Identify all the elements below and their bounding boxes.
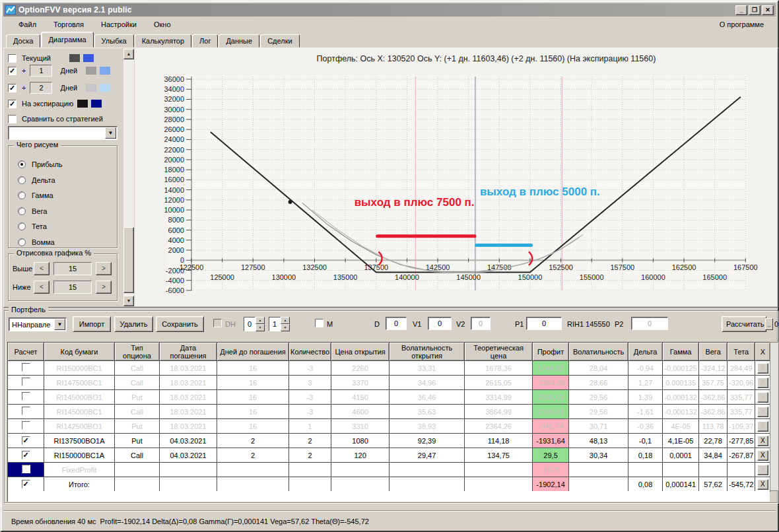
spin-up-icon[interactable]: ▲ — [255, 317, 265, 324]
menu-about[interactable]: О программе — [714, 19, 769, 30]
radio-option-0[interactable]: Прибыль — [18, 160, 63, 168]
menu-item-1[interactable]: Торговля — [45, 19, 92, 30]
scroll-up-icon[interactable]: ▲ — [123, 49, 134, 59]
dh-checkbox[interactable] — [213, 319, 222, 327]
remove-row-button[interactable]: X — [757, 479, 768, 490]
row-calc-checkbox[interactable] — [22, 392, 30, 401]
menu-item-0[interactable]: Файл — [10, 19, 45, 30]
dh-spinner-2[interactable]: 1 ▲▼ — [269, 317, 290, 331]
menu-item-2[interactable]: Настройки — [92, 19, 145, 30]
tab-1[interactable]: Диаграмма — [41, 32, 93, 48]
tab-0[interactable]: Доска — [6, 34, 40, 48]
current-checkbox[interactable] — [8, 54, 17, 63]
plus2-checkbox[interactable] — [8, 84, 17, 92]
radio-option-2[interactable]: Гамма — [18, 191, 53, 199]
remove-row-button[interactable]: X — [757, 392, 768, 403]
tab-2[interactable]: Улыбка — [94, 34, 134, 48]
calculate-button[interactable]: Рассчитать — [722, 316, 766, 332]
column-header-15[interactable]: X — [755, 343, 770, 361]
column-header-13[interactable]: Вега — [699, 343, 728, 361]
remove-row-button[interactable]: X — [757, 378, 768, 388]
radio-option-4[interactable]: Тета — [18, 222, 47, 230]
column-header-0[interactable]: Расчет — [8, 343, 44, 361]
v1-field[interactable]: 0 — [428, 317, 452, 330]
column-header-8[interactable]: Теоретическая цена — [465, 343, 533, 361]
radio-icon[interactable] — [18, 207, 26, 215]
tab-3[interactable]: Калькулятор — [135, 34, 191, 48]
m-checkbox[interactable] — [315, 319, 323, 327]
remove-row-button[interactable]: X — [757, 436, 768, 446]
dh-spinner-2-value[interactable]: 1 — [269, 317, 281, 331]
save-button[interactable]: Сохранить — [156, 316, 204, 332]
column-header-5[interactable]: Количество — [289, 343, 331, 361]
days2-input[interactable]: 2 — [30, 82, 52, 94]
radio-option-5[interactable]: Вомма — [18, 238, 55, 246]
row-calc-checkbox[interactable] — [22, 436, 30, 445]
dh-spinner-1-value[interactable]: 0 — [244, 317, 255, 331]
row-calc-checkbox[interactable] — [22, 363, 30, 372]
below-decrease-button[interactable]: < — [34, 281, 50, 294]
menu-item-3[interactable]: Окно — [145, 19, 180, 30]
p2-field[interactable]: 0 — [631, 317, 668, 330]
spin-down-icon[interactable]: ▼ — [281, 324, 290, 331]
column-header-10[interactable]: Волатильность — [569, 343, 628, 361]
chevron-down-icon[interactable]: ▼ — [105, 127, 116, 139]
column-header-11[interactable]: Дельта — [628, 343, 663, 361]
days1-input[interactable]: 1 — [30, 65, 52, 77]
import-button[interactable]: Импорт — [73, 316, 111, 332]
tab-5[interactable]: Данные — [219, 34, 259, 48]
maximize-button[interactable]: ❐ — [749, 5, 761, 15]
table-scrollbar[interactable] — [770, 342, 779, 491]
above-value[interactable]: 15 — [53, 262, 92, 275]
spin-up-icon[interactable]: ▲ — [281, 317, 290, 324]
column-header-2[interactable]: Тип опциона — [115, 343, 160, 361]
delete-button[interactable]: Удалить — [114, 316, 153, 332]
radio-icon[interactable] — [18, 176, 26, 184]
strategy-combobox[interactable]: ▼ — [8, 126, 118, 140]
radio-icon[interactable] — [18, 160, 26, 168]
tab-6[interactable]: Сделки — [260, 34, 300, 48]
remove-row-button[interactable]: X — [757, 407, 768, 417]
remove-row-button[interactable]: X — [757, 465, 768, 475]
plus1-checkbox[interactable] — [8, 67, 17, 75]
above-increase-button[interactable]: > — [96, 262, 112, 275]
spin-down-icon[interactable]: ▼ — [255, 324, 265, 331]
column-header-3[interactable]: Дата погашения — [160, 343, 217, 361]
column-header-4[interactable]: Дней до погашения — [217, 343, 289, 361]
d-field[interactable]: 0 — [386, 317, 407, 330]
row-calc-checkbox[interactable] — [22, 480, 30, 488]
p1-field[interactable]: 0 — [526, 317, 562, 330]
column-header-1[interactable]: Код бумаги — [44, 343, 115, 361]
compare-strategy-checkbox[interactable] — [8, 115, 17, 123]
below-increase-button[interactable]: > — [96, 281, 112, 294]
dh-spinner-1[interactable]: 0 ▲▼ — [244, 317, 265, 331]
sidebar-scrollbar[interactable]: ▲ ▼ — [123, 49, 134, 306]
remove-row-button[interactable]: X — [757, 421, 768, 432]
radio-icon[interactable] — [18, 222, 26, 230]
row-calc-checkbox[interactable] — [22, 407, 30, 415]
tab-4[interactable]: Лог — [192, 34, 218, 48]
column-header-7[interactable]: Волатильность открытия — [390, 343, 465, 361]
row-calc-checkbox[interactable] — [22, 465, 30, 473]
minimize-button[interactable]: _ — [735, 5, 747, 15]
remove-row-button[interactable]: X — [757, 450, 768, 461]
remove-row-button[interactable]: X — [757, 363, 768, 374]
row-calc-checkbox[interactable] — [22, 378, 30, 386]
scroll-down-icon[interactable]: ▼ — [123, 296, 134, 306]
column-header-14[interactable]: Тета — [728, 343, 755, 361]
column-header-9[interactable]: Профит — [533, 343, 569, 361]
row-calc-checkbox[interactable] — [22, 451, 30, 459]
below-value[interactable]: 15 — [53, 281, 92, 294]
chevron-down-icon[interactable]: ▼ — [54, 319, 65, 330]
radio-icon[interactable] — [18, 238, 26, 246]
v2-field[interactable]: 0 — [471, 317, 491, 330]
expiration-checkbox[interactable] — [8, 100, 17, 108]
radio-option-1[interactable]: Дельта — [18, 176, 55, 184]
radio-option-3[interactable]: Вега — [18, 207, 47, 215]
above-decrease-button[interactable]: < — [34, 262, 50, 275]
row-calc-checkbox[interactable] — [22, 421, 30, 430]
column-header-12[interactable]: Гамма — [663, 343, 699, 361]
column-header-6[interactable]: Цена открытия — [331, 343, 390, 361]
close-button[interactable]: ✕ — [762, 5, 774, 15]
radio-icon[interactable] — [18, 191, 26, 199]
